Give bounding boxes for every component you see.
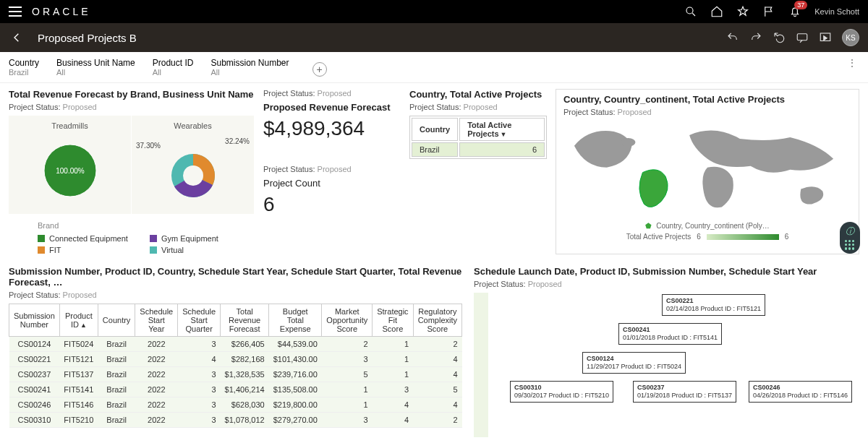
table-header[interactable]: Schedule Start Quarter (178, 304, 221, 337)
timeline-item[interactable]: CS0023701/19/2018 Product ID : FIT5137 (633, 381, 736, 403)
home-icon[interactable] (710, 5, 723, 18)
info-icon: ⓘ (846, 225, 854, 238)
filter-value: All (153, 68, 194, 77)
table-header[interactable]: Country (412, 118, 458, 141)
pie-wearables[interactable]: Wearables 37.30% 32.24% (132, 116, 255, 214)
legend-item: Connected Equipment (38, 234, 142, 243)
table-row[interactable]: CS00241FIT5141Brazil20223$1,406,214$135,… (9, 382, 462, 397)
timeline-item[interactable]: CS0012411/29/2017 Product ID : FIT5024 (582, 352, 686, 374)
card-title: Total Revenue Forecast by Brand, Busines… (9, 89, 255, 100)
undo-icon[interactable] (726, 31, 739, 44)
card-title: Schedule Launch Date, Product ID, Submis… (474, 266, 859, 277)
global-header: ORACLE 37 Kevin Schott (0, 0, 868, 23)
table-cell: 4 (413, 397, 461, 413)
table-header[interactable]: Regulatory Complexity Score (413, 304, 461, 337)
active-projects-table[interactable]: Country Total Active Projects▼ Brazil 6 (409, 116, 547, 159)
user-name[interactable]: Kevin Schott (814, 7, 859, 16)
timeline-item[interactable]: CS0022102/14/2018 Product ID : FIT5121 (662, 294, 765, 316)
table-header[interactable]: Total Revenue Forecast (221, 304, 269, 337)
cell-country: Brazil (412, 142, 458, 157)
table-header[interactable]: Schedule Start Year (135, 304, 178, 337)
table-row[interactable]: CS00124FIT5024Brazil20223$266,405$44,539… (9, 337, 462, 352)
table-row[interactable]: CS00237FIT5137Brazil20223$1,328,535$239,… (9, 367, 462, 382)
table-cell: $135,508.00 (269, 382, 322, 397)
table-cell: $1,406,214 (221, 382, 269, 397)
comment-icon[interactable] (796, 31, 809, 44)
filter-value: All (56, 68, 135, 77)
filter-label: Country (9, 58, 39, 68)
table-cell: 3 (322, 352, 373, 367)
table-cell: CS00310 (9, 413, 60, 428)
card-title: Country, Country_continent, Total Active… (563, 94, 851, 105)
table-header[interactable]: Total Active Projects▼ (459, 118, 545, 141)
table-cell: 1 (373, 337, 413, 352)
back-icon[interactable] (9, 29, 26, 46)
table-cell: $1,078,012 (221, 413, 269, 428)
filter-business-unit[interactable]: Business Unit Name All (56, 58, 135, 77)
pie-label: Treadmills (14, 121, 125, 130)
info-pill[interactable]: ⓘ (840, 222, 860, 254)
table-header[interactable]: Budget Total Expense (269, 304, 322, 337)
table-header[interactable]: Product ID▲ (59, 304, 98, 337)
timeline-sub: CS00237 (637, 384, 732, 392)
pie-treadmills[interactable]: Treadmills 100.00% (9, 116, 132, 214)
notification-badge: 37 (794, 1, 807, 9)
table-header[interactable]: Strategic Fit Score (373, 304, 413, 337)
table-cell: 3 (322, 413, 373, 428)
table-cell: 3 (178, 337, 221, 352)
map-legend-metric: Total Active Projects (626, 233, 691, 241)
table-header[interactable]: Market Opportunity Score (322, 304, 373, 337)
card-active-projects: Country, Total Active Projects Project S… (409, 89, 547, 254)
star-icon[interactable] (736, 5, 749, 18)
add-filter-button[interactable]: + (312, 62, 327, 77)
filter-product-id[interactable]: Product ID All (153, 58, 194, 77)
redo-icon[interactable] (749, 31, 762, 44)
refresh-icon[interactable] (773, 31, 786, 44)
timeline-item[interactable]: CS0031009/30/2017 Product ID : FIT5210 (510, 381, 613, 403)
table-row[interactable]: CS00221FIT5121Brazil20224$282,168$101,43… (9, 352, 462, 367)
table-cell: $101,430.00 (269, 352, 322, 367)
sort-desc-icon: ▼ (501, 131, 507, 138)
legend-title: Brand (38, 221, 255, 230)
legend-item: FIT (38, 246, 142, 254)
status-line: Project Status: Proposed (9, 103, 255, 111)
filter-bar: Country Brazil Business Unit Name All Pr… (0, 52, 868, 83)
timeline-area[interactable]: 2022 CS0022102/14/2018 Product ID : FIT5… (474, 293, 859, 437)
timeline-item[interactable]: CS0024101/01/2018 Product ID : FIT5141 (618, 323, 722, 345)
menu-icon[interactable] (9, 7, 22, 17)
svg-point-0 (686, 7, 693, 14)
table-cell: 3 (178, 397, 221, 413)
table-cell: 3 (178, 413, 221, 428)
table-row[interactable]: Brazil 6 (412, 142, 545, 157)
filter-value: Brazil (9, 68, 39, 77)
table-header[interactable]: Country (98, 304, 135, 337)
detail-table[interactable]: Submission NumberProduct ID▲CountrySched… (9, 304, 462, 428)
search-icon[interactable] (684, 5, 697, 18)
table-cell: 2022 (135, 397, 178, 413)
world-map[interactable] (563, 121, 851, 222)
timeline-item[interactable]: CS0024604/26/2018 Product ID : FIT5146 (749, 381, 852, 403)
avatar[interactable]: KS (842, 29, 859, 46)
timeline-sub: CS00124 (587, 355, 681, 363)
table-row[interactable]: CS00310FIT5210Brazil20223$1,078,012$279,… (9, 413, 462, 428)
table-cell: $282,168 (221, 352, 269, 367)
kpi-title: Project Count (263, 178, 401, 189)
card-timeline: Schedule Launch Date, Product ID, Submis… (474, 266, 859, 437)
more-icon[interactable]: ⋮ (848, 58, 856, 68)
table-cell: CS00241 (9, 382, 60, 397)
table-cell: 4 (413, 352, 461, 367)
filter-label: Business Unit Name (56, 58, 135, 68)
status-line: Project Status: Proposed (474, 280, 859, 288)
gradient-bar (707, 234, 779, 240)
table-row[interactable]: CS00246FIT5146Brazil20223$628,030$219,80… (9, 397, 462, 413)
bell-icon[interactable]: 37 (788, 5, 801, 18)
flag-icon[interactable] (762, 5, 775, 18)
filter-submission-number[interactable]: Submission Number All (210, 58, 289, 77)
table-cell: 4 (373, 397, 413, 413)
kpi-count-value: 6 (263, 193, 401, 216)
filter-country[interactable]: Country Brazil (9, 58, 39, 77)
present-icon[interactable] (819, 31, 832, 44)
kpi-title: Proposed Revenue Forecast (263, 102, 401, 113)
timeline-detail: 01/01/2018 Product ID : FIT5141 (623, 334, 718, 342)
table-header[interactable]: Submission Number (9, 304, 60, 337)
